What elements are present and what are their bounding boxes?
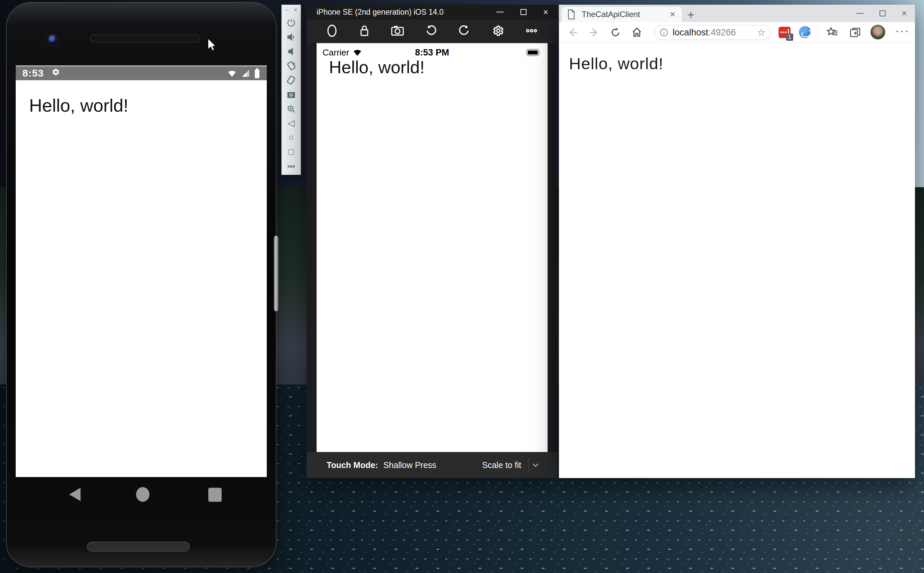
browser-window-controls: × <box>856 5 907 22</box>
android-back-button[interactable] <box>69 488 81 501</box>
android-screen: 8:53 Hello, world! <box>16 66 267 477</box>
ios-hello-text: Hello, world! <box>329 57 425 77</box>
rotate-left-button[interactable] <box>281 58 301 73</box>
browser-tab-bar: TheCatApiClient × + × <box>559 5 915 22</box>
favorites-bar-icon[interactable] <box>826 27 838 38</box>
browser-toolbar: localhost:49266 ☆ ••• 1 ··· <box>559 22 915 43</box>
toolbar-divider <box>818 26 818 38</box>
browser-content: Hello, world! <box>559 43 915 478</box>
new-tab-button[interactable]: + <box>687 8 694 22</box>
android-status-bar: 8:53 <box>16 66 267 80</box>
front-camera <box>47 33 59 47</box>
ios-simulator-toolbar <box>306 19 558 43</box>
rotate-right-button[interactable] <box>281 73 301 87</box>
ios-window-title: iPhone SE (2nd generation) iOS 14.0 <box>317 8 444 17</box>
tab-close-icon[interactable]: × <box>669 9 677 20</box>
tab-title: TheCatApiClient <box>582 10 669 19</box>
scale-to-fit-label: Scale to fit <box>482 460 521 470</box>
url-text[interactable]: localhost:49266 <box>672 27 736 38</box>
close-icon[interactable]: × <box>294 6 297 16</box>
android-clock: 8:53 <box>22 67 44 79</box>
rotate-left-icon[interactable] <box>425 24 437 38</box>
more-options-icon[interactable] <box>281 159 301 174</box>
settings-gear-icon[interactable] <box>491 24 504 38</box>
close-icon[interactable]: × <box>543 8 548 16</box>
close-icon[interactable]: × <box>902 9 907 18</box>
ios-clock: 8:53 PM <box>317 47 547 58</box>
lock-icon[interactable] <box>359 24 370 39</box>
minimize-icon[interactable] <box>496 12 504 13</box>
volume-down-button[interactable] <box>281 44 301 58</box>
overview-button[interactable]: □ <box>281 145 301 159</box>
minimize-icon[interactable]: – <box>285 6 289 16</box>
zoom-button[interactable] <box>281 102 301 116</box>
maximize-icon[interactable] <box>521 9 527 15</box>
back-icon[interactable] <box>567 27 578 38</box>
power-button[interactable] <box>281 16 301 30</box>
back-button[interactable]: ◁ <box>281 116 301 130</box>
ios-bottom-bar: Touch Mode: Shallow Press Scale to fit <box>306 452 558 478</box>
ios-window-controls: × <box>496 5 548 19</box>
touch-mode-value: Shallow Press <box>383 460 436 470</box>
bottom-speaker <box>87 542 190 552</box>
emulator-toolbar-window-controls: – × <box>281 5 301 16</box>
maximize-icon[interactable] <box>880 10 886 16</box>
screenshot-camera-icon[interactable] <box>391 24 404 38</box>
profile-avatar[interactable] <box>871 25 885 39</box>
android-overview-button[interactable] <box>208 488 222 502</box>
settings-menu-icon[interactable]: ··· <box>895 24 910 37</box>
touch-mode-label: Touch Mode: <box>327 460 378 470</box>
gear-icon <box>51 67 61 79</box>
scale-to-fit-dropdown[interactable]: Scale to fit <box>482 458 538 472</box>
android-status-icons <box>227 68 260 78</box>
rotate-right-icon[interactable] <box>458 24 471 38</box>
signal-icon <box>241 69 251 78</box>
extension-blue-globe-icon[interactable] <box>799 26 811 38</box>
add-favorite-star-icon[interactable]: ☆ <box>757 27 766 38</box>
minimize-icon[interactable] <box>856 13 863 14</box>
page-favicon-icon <box>567 9 576 19</box>
mouse-cursor <box>207 38 219 53</box>
ios-title-bar: iPhone SE (2nd generation) iOS 14.0 × <box>306 5 558 19</box>
collections-icon[interactable] <box>849 27 861 38</box>
screenshot-button[interactable] <box>281 87 301 102</box>
extension-red-icon[interactable]: ••• 1 <box>779 27 791 38</box>
emulator-toolbar: – × ◁ ○ □ <box>281 5 301 175</box>
android-hello-text: Hello, world! <box>29 95 128 116</box>
chevron-down-icon <box>533 461 539 467</box>
volume-up-button[interactable] <box>281 30 301 44</box>
refresh-icon[interactable] <box>610 27 621 38</box>
browser-window: TheCatApiClient × + × localhost:49266 ☆ … <box>559 5 915 478</box>
extension-badge: 1 <box>786 33 793 41</box>
android-nav-bar <box>16 479 267 519</box>
more-options-icon[interactable] <box>525 24 538 38</box>
address-bar[interactable]: localhost:49266 ☆ <box>654 25 771 40</box>
android-emulator-window: 8:53 Hello, world! <box>6 2 277 567</box>
site-info-icon[interactable] <box>659 28 669 37</box>
home-icon[interactable] <box>326 24 338 39</box>
home-icon[interactable] <box>631 27 643 38</box>
android-home-button[interactable] <box>136 487 149 502</box>
browser-tab[interactable]: TheCatApiClient × <box>561 7 682 22</box>
forward-icon[interactable] <box>588 27 600 38</box>
browser-hello-text: Hello, world! <box>569 54 664 73</box>
phone-power-button <box>274 236 278 311</box>
extension-red-bar <box>788 29 789 34</box>
divider <box>528 458 529 472</box>
browser-nav-buttons <box>567 27 643 38</box>
ios-screen: Carrier 8:53 PM Hello, world! <box>317 43 547 452</box>
earpiece-speaker <box>90 34 200 42</box>
home-button[interactable]: ○ <box>281 130 301 145</box>
battery-icon <box>254 68 260 78</box>
ios-simulator-window: iPhone SE (2nd generation) iOS 14.0 × Ca… <box>306 5 558 478</box>
wifi-icon <box>227 69 238 78</box>
